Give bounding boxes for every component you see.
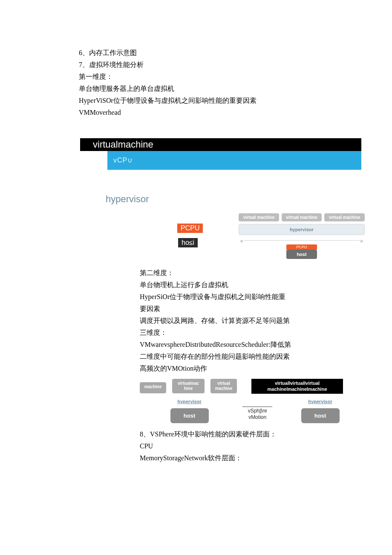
virtualmachine-bar: virtualmachine (80, 138, 361, 151)
body-line-scheduling-b: 三维度： (140, 327, 297, 339)
bd-vm-left-1: machine (140, 382, 166, 393)
arrow-line (244, 240, 360, 241)
mini-vm-3: virtual machine (324, 213, 365, 221)
intro-line-dim1: 第一维度： (79, 71, 392, 83)
bottom-diagram: machine virtualmachine virtualmachine vi… (140, 379, 365, 423)
mini-vm-1: virtual machine (239, 213, 279, 221)
bd-vm-left-2: virtualmachine (172, 379, 205, 393)
vcpu-bar: vCP∪ (107, 151, 361, 170)
intro-line-vmm: VMMoverhead (79, 107, 392, 119)
host-badge: ho≤i (178, 238, 198, 247)
body-line-multivm: 单台物理机上运行多台虚拟机 (140, 279, 297, 291)
mini-host-stack: PCPU host (286, 244, 317, 259)
mini-vm-row: virtual machine virtual machine virtual … (239, 213, 365, 221)
body-line-drs-a: VMwarevsphereDistributedResourceSchedule… (140, 339, 297, 351)
mini-vm-2: virtual machine (282, 213, 322, 221)
intro-line-6: 6、内存工作示意图 (79, 47, 392, 59)
footer-text-block: 8、VSPhere环境中影响性能的因素硬件层面： CPU MemoryStora… (140, 428, 392, 464)
bd-hypervisor-right: hypervisor (276, 399, 365, 404)
body-line-hypersior-a: HyperSiOr位于物理设备与虚拟机之间影响性能重 (140, 291, 297, 303)
body-line-hypersior-b: 要因素 (140, 303, 297, 315)
body-line-dim2: 第二维度： (140, 267, 297, 279)
right-mini-diagram: virtual machine virtual machine virtual … (239, 213, 365, 259)
arrow-left-icon: ◀ (239, 238, 243, 243)
bd-hypervisor-left: hypervisor (140, 399, 239, 404)
footer-line-cpu: CPU (140, 440, 392, 452)
body-line-vmotion: 高频次的VMOtion动作 (140, 363, 297, 375)
bd-host-right: host (301, 408, 340, 423)
mini-host: host (286, 250, 317, 259)
pcpu-badge: PCPU (177, 224, 203, 233)
mini-pcpu: PCPU (286, 244, 317, 250)
bd-vmotion-label: vSphβrevMotion (242, 407, 272, 421)
body-line-drs-b: 二维度中可能存在的部分性能问题影响性能的因素 (140, 351, 297, 363)
mini-arrow: ◀ ▶ (239, 238, 365, 244)
bd-left-vms: machine virtualmachine virtualmachine (140, 379, 237, 393)
footer-line-memstorage: MemoryStorageNetwork软件层面： (140, 452, 392, 464)
hypervisor-title: hypervisor (106, 194, 392, 205)
footer-line-8: 8、VSPhere环境中影响性能的因素硬件层面： (140, 428, 392, 440)
intro-line-single-vm: 单台物理服务器上的单台虚拟机 (79, 83, 392, 95)
bd-vm-right-black: virtuallvirtuallvirtualmachineImachineIm… (251, 379, 343, 394)
intro-line-hypervisor: HyperViSOr位于物理设备与虚拟机之间影响性能的重要因素 (79, 95, 392, 107)
bd-vm-left-3: virtualmachine (210, 379, 237, 393)
bd-host-left: host (170, 408, 209, 423)
intro-text-block: 6、内存工作示意图 7、虚拟环境性能分析 第一维度： 单台物理服务器上的单台虚拟… (79, 47, 392, 119)
arrow-right-icon: ▶ (360, 238, 364, 243)
intro-line-7: 7、虚拟环境性能分析 (79, 59, 392, 71)
mid-diagram-region: PCPU ho≤i virtual machine virtual machin… (0, 217, 392, 267)
body-line-scheduling-a: 调度开锁以及网路、存储、计算资源不足等问题第 (140, 315, 297, 327)
mini-hypervisor: hypervisor (239, 224, 365, 235)
body-text-block: 第二维度： 单台物理机上运行多台虚拟机 HyperSiOr位于物理设备与虚拟机之… (140, 267, 297, 375)
